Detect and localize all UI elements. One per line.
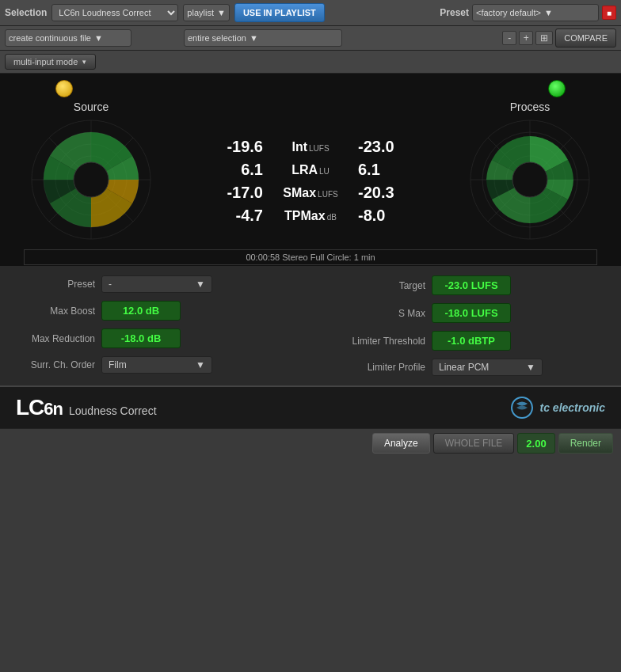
max-boost-row: Max Boost 12.0 dB xyxy=(16,301,299,321)
process-int-value: -23.0 xyxy=(358,138,410,156)
brand-left: LC6n Loudness Correct xyxy=(16,395,157,420)
plus-minus-area: - + ⊞ COMPARE xyxy=(502,28,616,47)
lra-unit: LU xyxy=(319,167,330,176)
timeline-text: 00:00:58 Stereo Full Circle: 1 min xyxy=(246,252,375,262)
source-int-value: -19.6 xyxy=(211,138,263,156)
source-section: Source xyxy=(12,101,170,243)
max-reduction-label: Max Reduction xyxy=(16,333,95,344)
preset-ctrl-label: Preset xyxy=(16,279,95,290)
copy-btn[interactable]: ⊞ xyxy=(535,31,553,45)
source-lra-value: 6.1 xyxy=(211,161,263,179)
process-radar xyxy=(467,116,593,243)
minus-btn[interactable]: - xyxy=(502,31,516,45)
surr-ch-label: Surr. Ch. Order xyxy=(16,359,95,370)
second-bar: create continuous file ▼ entire selectio… xyxy=(0,26,621,51)
mode-bar: multi-input mode ▼ xyxy=(0,51,621,74)
surr-ch-dropdown[interactable]: Film ▼ xyxy=(101,356,212,374)
close-btn[interactable]: ■ xyxy=(602,6,616,20)
smax-ctrl-value[interactable]: -18.0 LUFS xyxy=(432,303,511,323)
target-row: Target -23.0 LUFS xyxy=(322,275,605,295)
preset-dropdown[interactable]: <factory default> ▼ xyxy=(472,4,599,21)
controls-section: Preset - ▼ Max Boost 12.0 dB Max Reducti… xyxy=(0,265,621,385)
right-controls: Target -23.0 LUFS S Max -18.0 LUFS Limit… xyxy=(322,275,605,376)
process-smax-value: -20.3 xyxy=(358,184,410,202)
limiter-profile-dropdown[interactable]: Linear PCM ▼ xyxy=(432,359,543,376)
target-value[interactable]: -23.0 LUFS xyxy=(432,275,511,295)
int-unit: LUFS xyxy=(309,144,330,153)
process-section: Process xyxy=(451,101,609,243)
int-row: -19.6 Int LUFS -23.0 xyxy=(186,138,435,156)
plus-btn[interactable]: + xyxy=(519,31,533,45)
limiter-threshold-value[interactable]: -1.0 dBTP xyxy=(432,331,511,351)
tc-label: tc electronic xyxy=(540,401,605,414)
use-playlist-btn[interactable]: USE IN PLAYLIST xyxy=(234,3,325,22)
entire-selection-btn[interactable]: entire selection ▼ xyxy=(184,29,342,47)
preset-section-label: Preset xyxy=(440,7,469,18)
lra-label: LRA xyxy=(291,163,318,177)
target-label: Target xyxy=(322,280,425,291)
playlist-btn[interactable]: playlist ▼ xyxy=(183,4,230,21)
mode-dropdown-btn[interactable]: multi-input mode ▼ xyxy=(5,54,96,70)
meters-row: Source xyxy=(8,101,613,243)
limiter-profile-label: Limiter Profile xyxy=(322,362,425,373)
count-display: 2.00 xyxy=(517,433,554,454)
dots-row xyxy=(8,80,613,97)
continuous-file-btn[interactable]: create continuous file ▼ xyxy=(5,29,131,47)
center-values: -19.6 Int LUFS -23.0 6.1 LRA LU 6.1 -17.… xyxy=(170,138,451,230)
main-display: Source xyxy=(0,74,621,265)
timeline-bar: 00:00:58 Stereo Full Circle: 1 min xyxy=(24,249,597,265)
smax-label: SMax xyxy=(283,186,316,200)
tc-electronic-logo: tc electronic xyxy=(510,396,605,420)
source-smax-value: -17.0 xyxy=(211,184,263,202)
mode-arrow-icon: ▼ xyxy=(81,59,87,66)
max-boost-label: Max Boost xyxy=(16,306,95,317)
surr-ch-row: Surr. Ch. Order Film ▼ xyxy=(16,356,299,374)
compare-btn[interactable]: COMPARE xyxy=(555,28,616,47)
process-label: Process xyxy=(510,101,551,113)
action-bar: Analyze WHOLE FILE 2.00 Render xyxy=(0,428,621,457)
preset-section: Preset <factory default> ▼ ■ xyxy=(440,4,616,21)
max-reduction-row: Max Reduction -18.0 dB xyxy=(16,328,299,348)
process-indicator-dot xyxy=(548,80,566,97)
smax-row: -17.0 SMax LUFS -20.3 xyxy=(186,184,435,202)
limiter-profile-row: Limiter Profile Linear PCM ▼ xyxy=(322,359,605,376)
source-label: Source xyxy=(74,101,109,113)
process-lra-value: 6.1 xyxy=(358,161,410,179)
selection-label: Selection xyxy=(5,7,47,18)
tc-logo-icon xyxy=(510,396,534,420)
source-radar xyxy=(28,116,154,243)
render-btn[interactable]: Render xyxy=(558,433,613,454)
process-tpmax-value: -8.0 xyxy=(358,207,410,225)
limiter-threshold-row: Limiter Threshold -1.0 dBTP xyxy=(322,331,605,351)
max-boost-value[interactable]: 12.0 dB xyxy=(101,301,181,321)
preset-ctrl-dropdown[interactable]: - ▼ xyxy=(101,275,212,293)
source-indicator-dot xyxy=(55,80,73,97)
plugin-select[interactable]: LC6n Loudness Correct xyxy=(51,4,178,21)
lra-row: 6.1 LRA LU 6.1 xyxy=(186,161,435,179)
tpmax-row: -4.7 TPMax dB -8.0 xyxy=(186,207,435,225)
int-label: Int xyxy=(291,140,307,154)
analyze-btn[interactable]: Analyze xyxy=(372,433,430,454)
smax-unit: LUFS xyxy=(318,190,338,199)
brand-lc: LC6n xyxy=(16,395,63,420)
whole-file-btn[interactable]: WHOLE FILE xyxy=(433,433,515,454)
smax-ctrl-row: S Max -18.0 LUFS xyxy=(322,303,605,323)
tpmax-unit: dB xyxy=(327,213,337,222)
preset-control-row: Preset - ▼ xyxy=(16,275,299,293)
brand-bar: LC6n Loudness Correct tc electronic xyxy=(0,385,621,428)
tpmax-label: TPMax xyxy=(284,209,326,223)
limiter-threshold-label: Limiter Threshold xyxy=(322,336,425,347)
source-tpmax-value: -4.7 xyxy=(211,207,263,225)
left-controls: Preset - ▼ Max Boost 12.0 dB Max Reducti… xyxy=(16,275,299,376)
top-bar: Selection LC6n Loudness Correct playlist… xyxy=(0,0,621,26)
smax-ctrl-label: S Max xyxy=(322,308,425,319)
brand-subtitle: Loudness Correct xyxy=(69,404,157,417)
max-reduction-value[interactable]: -18.0 dB xyxy=(101,328,181,348)
